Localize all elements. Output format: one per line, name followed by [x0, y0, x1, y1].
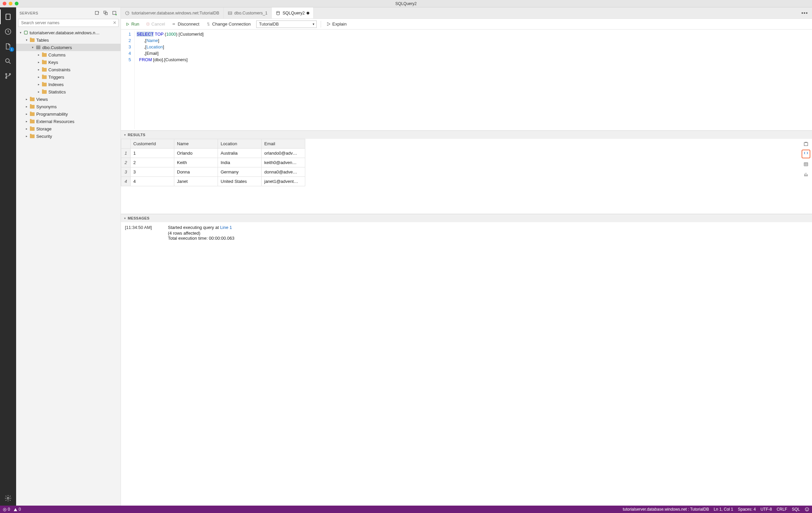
chevron-right-icon[interactable]: ▸	[36, 60, 41, 64]
column-header[interactable]: Location	[218, 139, 262, 148]
activity-search[interactable]	[0, 54, 16, 69]
chevron-down-icon[interactable]: ▾	[18, 30, 23, 35]
tab-customers[interactable]: dbo.Customers_1	[224, 7, 272, 19]
chevron-right-icon[interactable]: ▸	[36, 52, 41, 57]
status-encoding[interactable]: UTF-8	[761, 507, 772, 512]
table-row[interactable]: 33DonnaGermanydonna0@adve…	[121, 167, 305, 177]
run-button[interactable]: Run	[124, 21, 141, 27]
clear-search-icon[interactable]: ✕	[113, 20, 117, 25]
status-connection[interactable]: tutorialserver.database.windows.net : Tu…	[622, 507, 709, 512]
chevron-right-icon[interactable]: ▸	[24, 97, 29, 102]
chevron-right-icon[interactable]: ▸	[36, 82, 41, 87]
code-editor[interactable]: 1 2 3 4 5 SELECT TOP (1000) [CustomerId]…	[121, 30, 812, 130]
chevron-down-icon[interactable]: ▾	[124, 217, 125, 220]
status-language[interactable]: SQL	[792, 507, 800, 512]
chevron-down-icon[interactable]: ▾	[30, 45, 35, 50]
table-cell[interactable]: India	[218, 158, 262, 167]
new-query-icon[interactable]	[112, 10, 117, 16]
table-cell[interactable]: United States	[218, 177, 262, 186]
tree-views-node[interactable]: ▸Views	[16, 96, 121, 103]
chevron-right-icon[interactable]: ▸	[36, 89, 41, 94]
activity-settings[interactable]	[0, 491, 16, 506]
table-cell[interactable]: 2	[130, 158, 174, 167]
chevron-right-icon[interactable]: ▸	[36, 75, 41, 79]
column-header[interactable]: CustomerId	[130, 139, 174, 148]
tree-indexes-node[interactable]: ▸Indexes	[16, 81, 121, 88]
tree-triggers-node[interactable]: ▸Triggers	[16, 73, 121, 81]
explain-button[interactable]: Explain	[325, 21, 348, 27]
tree-server-node[interactable]: ▾ tutorialserver.database.windows.n…	[16, 29, 121, 36]
status-feedback[interactable]	[805, 507, 809, 512]
close-window-button[interactable]	[3, 2, 6, 5]
chevron-right-icon[interactable]: ▸	[36, 67, 41, 72]
disconnect-button[interactable]: Disconnect	[170, 21, 201, 27]
chart-icon	[803, 171, 809, 177]
results-grid[interactable]: CustomerId Name Location Email 11Orlando…	[121, 139, 305, 186]
column-header[interactable]: Name	[174, 139, 218, 148]
status-warnings[interactable]: 0	[13, 507, 21, 512]
status-cursor-position[interactable]: Ln 1, Col 1	[714, 507, 733, 512]
table-cell[interactable]: 4	[130, 177, 174, 186]
tree-synonyms-node[interactable]: ▸Synonyms	[16, 103, 121, 110]
tree-tables-node[interactable]: ▾ Tables	[16, 36, 121, 44]
status-errors[interactable]: 0	[3, 507, 10, 512]
table-cell[interactable]: Australia	[218, 148, 262, 158]
chevron-down-icon[interactable]: ▾	[124, 133, 125, 136]
messages-header[interactable]: ▾ MESSAGES	[121, 214, 812, 222]
status-indentation[interactable]: Spaces: 4	[738, 507, 756, 512]
message-line-link[interactable]: Line 1	[220, 225, 232, 230]
save-csv-button[interactable]	[802, 140, 810, 147]
activity-explorer[interactable]: 1	[0, 39, 16, 54]
table-cell[interactable]: Germany	[218, 167, 262, 177]
chevron-right-icon[interactable]: ▸	[24, 119, 29, 124]
tree-statistics-node[interactable]: ▸Statistics	[16, 88, 121, 96]
maximize-window-button[interactable]	[15, 2, 19, 5]
table-cell[interactable]: 3	[130, 167, 174, 177]
chevron-right-icon[interactable]: ▸	[24, 134, 29, 138]
change-connection-button[interactable]: Change Connection	[205, 21, 252, 27]
tab-sqlquery2[interactable]: SQLQuery2	[272, 7, 314, 19]
new-connection-icon[interactable]	[94, 10, 100, 16]
table-row[interactable]: 22KeithIndiakeith0@adven…	[121, 158, 305, 167]
chevron-right-icon[interactable]: ▸	[24, 127, 29, 131]
tree-keys-node[interactable]: ▸Keys	[16, 58, 121, 66]
table-cell[interactable]: janet1@advent…	[262, 177, 305, 186]
activity-servers[interactable]	[0, 9, 16, 24]
results-header[interactable]: ▾ RESULTS	[121, 131, 812, 139]
save-json-button[interactable]	[802, 150, 810, 158]
tree-columns-node[interactable]: ▸Columns	[16, 51, 121, 58]
database-select[interactable]: TutorialDB	[256, 21, 317, 28]
chevron-down-icon[interactable]: ▾	[24, 38, 29, 43]
chevron-right-icon[interactable]: ▸	[24, 104, 29, 109]
tree-storage-node[interactable]: ▸Storage	[16, 125, 121, 132]
activity-tasks[interactable]	[0, 24, 16, 39]
table-cell[interactable]: 1	[130, 148, 174, 158]
code-content[interactable]: SELECT TOP (1000) [CustomerId] ,[Name] ,…	[134, 31, 812, 129]
tab-dashboard[interactable]: tutorialserver.database.windows.net:Tuto…	[121, 7, 224, 19]
explorer-badge: 1	[9, 47, 14, 52]
table-cell[interactable]: keith0@adven…	[262, 158, 305, 167]
tree-external-resources-node[interactable]: ▸External Resources	[16, 118, 121, 125]
tree-constraints-node[interactable]: ▸Constraints	[16, 66, 121, 73]
chart-button[interactable]	[802, 170, 810, 178]
table-row[interactable]: 11OrlandoAustraliaorlando0@adv…	[121, 148, 305, 158]
activity-source-control[interactable]	[0, 69, 16, 83]
table-cell[interactable]: Janet	[174, 177, 218, 186]
editor-overflow-menu[interactable]: •••	[797, 7, 812, 19]
save-excel-button[interactable]	[802, 160, 810, 168]
chevron-right-icon[interactable]: ▸	[24, 112, 29, 116]
table-cell[interactable]: Donna	[174, 167, 218, 177]
tree-table-customers[interactable]: ▾ dbo.Customers	[16, 44, 121, 51]
table-cell[interactable]: Orlando	[174, 148, 218, 158]
table-cell[interactable]: donna0@adve…	[262, 167, 305, 177]
table-cell[interactable]: orlando0@adv…	[262, 148, 305, 158]
minimize-window-button[interactable]	[9, 2, 12, 5]
status-eol[interactable]: CRLF	[777, 507, 787, 512]
server-search-input[interactable]	[18, 19, 119, 27]
tree-programmability-node[interactable]: ▸Programmability	[16, 110, 121, 118]
tree-security-node[interactable]: ▸Security	[16, 132, 121, 140]
new-group-icon[interactable]	[103, 10, 109, 16]
column-header[interactable]: Email	[262, 139, 305, 148]
table-cell[interactable]: Keith	[174, 158, 218, 167]
table-row[interactable]: 44JanetUnited Statesjanet1@advent…	[121, 177, 305, 186]
